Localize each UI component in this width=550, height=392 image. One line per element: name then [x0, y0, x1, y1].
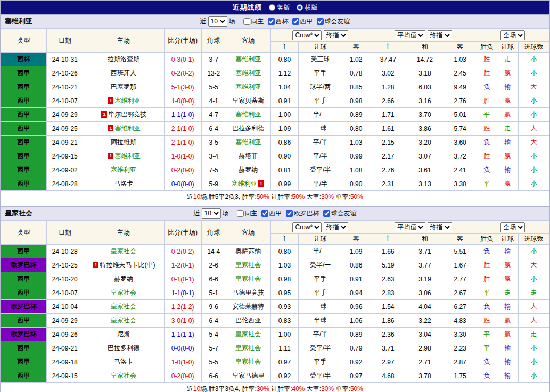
summary-segment: 让胜率: [269, 193, 292, 201]
match-scope-select[interactable]: 全场 [500, 30, 525, 40]
avg-home-cell: 2.97 [370, 355, 406, 369]
match-row: 西甲24-09-151塞维利亚1-0(1-0)3-4赫塔菲0.90平/半0.99… [1, 149, 549, 163]
handicap-cell: 半/一 [299, 245, 342, 258]
league-filter-checkbox[interactable] [323, 210, 330, 217]
bookmaker-select[interactable]: Crow* [292, 222, 322, 232]
league-filter-label: 西甲 [269, 209, 282, 218]
result-goals-cell: 大 [518, 122, 549, 136]
corner-score-cell: 13-2 [201, 66, 226, 80]
odds-dropdown-cell: Crow* 终指 [270, 221, 370, 234]
summary-segment: 大率: [305, 385, 322, 392]
league-filter-checkbox[interactable] [286, 210, 293, 217]
same-home-checkbox[interactable] [237, 210, 244, 217]
league-filter-checkbox[interactable] [292, 18, 299, 25]
avg-dropdown-cell: 平均值 终指 [370, 29, 477, 42]
result-handicap-cell: 赢 [497, 94, 518, 108]
league-filter-checkbox[interactable] [268, 18, 275, 25]
avg-stage-select[interactable]: 终指 [428, 222, 452, 232]
odds-stage-select[interactable]: 终指 [324, 30, 348, 40]
avg-home-cell: 1.66 [370, 245, 406, 258]
same-home-label: 同主 [245, 209, 258, 218]
corner-score-cell: 5-7 [201, 341, 226, 355]
league-filter-2[interactable]: 欧罗巴杯 [284, 209, 319, 218]
team-name: 塞维利亚 [114, 152, 140, 160]
away-team-cell: 巴拉多利德 [226, 122, 270, 136]
avg-away-cell: 3.30 [444, 177, 477, 191]
titlebar: 近期战绩 竖版 横版 [1, 1, 549, 14]
league-filter-checkbox[interactable] [261, 210, 268, 217]
same-home-filter[interactable]: 同主 [241, 17, 264, 26]
result-handicap-cell: 输 [497, 300, 518, 314]
avg-draw-cell: 3.70 [406, 108, 444, 122]
team-name: 赫罗纳 [114, 275, 133, 282]
avg-away-cell: 3.30 [444, 328, 477, 341]
col-header-avg-draw: 和 [406, 234, 444, 245]
handicap-cell: 平/半 [299, 328, 342, 341]
team-name: 皇家社会 [235, 358, 261, 365]
handicap-cell: 受半/一 [299, 258, 342, 272]
team-name: 毕尔巴鄂竞技 [108, 111, 146, 118]
match-date: 24-10-21 [47, 80, 83, 94]
avg-away-cell: 9.49 [444, 80, 477, 94]
away-team-cell: 皇家社会 [226, 272, 270, 286]
avg-home-cell: 5.19 [370, 258, 406, 272]
avg-source-select[interactable]: 平均值 [395, 30, 425, 40]
league-filter-2[interactable]: 西甲 [290, 17, 313, 26]
same-home-checkbox[interactable] [243, 18, 250, 25]
bookmaker-select[interactable]: Crow* [292, 30, 322, 40]
match-row: 西甲24-10-21巴塞罗那5-1(3-0)5-5塞维利亚1.04球半/两0.8… [1, 80, 549, 94]
match-row: 西甲24-10-071塞维利亚1-0(0-0)4-1皇家贝蒂斯0.91平手0.9… [1, 94, 549, 108]
recent-count-select[interactable]: 10 [202, 208, 221, 219]
summary-segment: 大率: [305, 193, 322, 201]
odds-stage-select[interactable]: 终指 [324, 222, 348, 232]
match-rows: 西甲24-10-28皇家社会0-2(0-2)14-4奥萨苏纳0.80半/一1.0… [1, 245, 549, 383]
layout-radio-vertical[interactable]: 竖版 [269, 3, 290, 12]
home-team-cell: 皇家社会 [83, 245, 164, 258]
same-home-filter[interactable]: 同主 [235, 209, 258, 218]
match-row: 西甲24-09-18马洛卡1-0(1-0)5-5皇家社会0.97平手0.922.… [1, 355, 549, 369]
col-header-odds-home: 主 [270, 42, 298, 53]
score-cell: 3-0(1-0) [164, 314, 201, 328]
matches-label: 场 [223, 209, 229, 218]
avg-away-cell: 5.01 [444, 108, 477, 122]
handicap-cell: 平/半 [299, 177, 342, 191]
away-team-cell: 皇家马德里 [226, 369, 270, 383]
result-wdl-cell: 胜 [477, 149, 497, 163]
league-filter-checkbox[interactable] [317, 18, 324, 25]
team-name: 塞维利亚 [235, 83, 261, 90]
league-filter-3[interactable]: 球会友谊 [321, 209, 357, 218]
recent-count-select[interactable]: 10 [208, 16, 227, 27]
team-name: 皇家贝蒂斯 [232, 97, 264, 104]
col-header-result-goals: 进球数 [518, 234, 549, 245]
away-odds-cell: 0.86 [342, 258, 370, 272]
match-date: 24-10-04 [47, 300, 83, 314]
home-odds-cell: 0.90 [270, 149, 298, 163]
summary-segment: 30% [321, 385, 334, 392]
col-header-result-handicap: 让球 [497, 234, 518, 245]
league-type-cell: 西甲 [1, 136, 47, 149]
avg-source-select[interactable]: 平均值 [395, 222, 425, 232]
avg-home-cell: 2.36 [370, 328, 406, 341]
avg-stage-select[interactable]: 终指 [428, 30, 452, 40]
avg-dropdown-cell: 平均值 终指 [370, 221, 477, 234]
red-card-badge: 1 [108, 125, 113, 131]
home-team-cell: 赫罗纳 [83, 272, 164, 286]
team-name: 拉斯洛查斯 [108, 55, 139, 63]
score-cell: 1-2(1-2) [164, 300, 201, 314]
match-row: 西甲24-09-21巴拉多利德0-0(0-0)5-7皇家社会1.11受平/半0.… [1, 341, 549, 355]
league-type-cell: 西甲 [1, 122, 47, 136]
layout-radio-horizontal[interactable]: 横版 [297, 3, 318, 12]
corner-score-cell: 5-5 [201, 355, 226, 369]
team-name: 塞维利亚 [235, 55, 261, 63]
league-filter-1[interactable]: 西杯 [266, 17, 289, 26]
team-name: 塞维利亚 [235, 138, 261, 146]
league-filter-1[interactable]: 西甲 [259, 209, 282, 218]
corner-score-cell: 6-6 [201, 272, 226, 286]
score-cell: 0-2(0-2) [164, 66, 201, 80]
league-filter-3[interactable]: 球会友谊 [315, 17, 350, 26]
away-odds-cell: 0.89 [342, 328, 370, 341]
match-date: 24-10-07 [47, 286, 83, 300]
match-scope-select[interactable]: 全场 [500, 222, 525, 232]
away-team-cell: 皇家社会 [226, 328, 270, 341]
avg-away-cell: 5.51 [444, 245, 477, 258]
